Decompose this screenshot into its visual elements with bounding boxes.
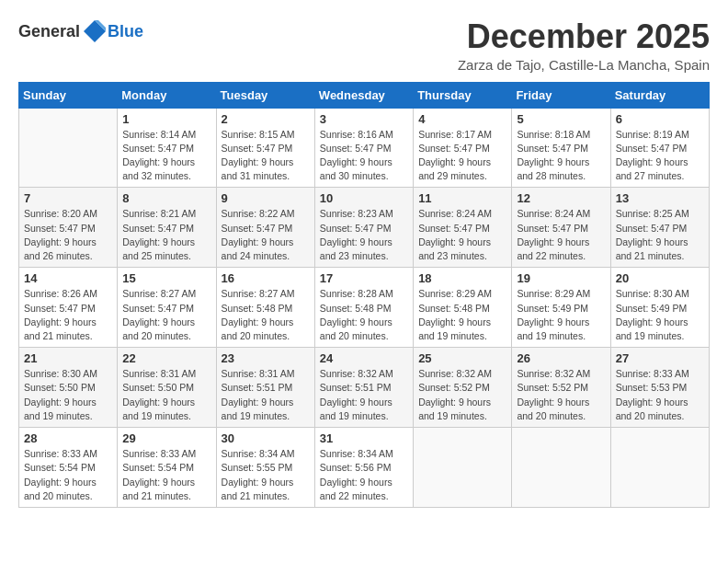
calendar-cell: 24Sunrise: 8:32 AMSunset: 5:51 PMDayligh… — [314, 348, 413, 428]
day-info: Sunrise: 8:14 AMSunset: 5:47 PMDaylight:… — [122, 128, 210, 184]
weekday-header-monday: Monday — [118, 82, 216, 108]
calendar-cell: 12Sunrise: 8:24 AMSunset: 5:47 PMDayligh… — [512, 188, 610, 268]
day-number: 2 — [222, 112, 310, 126]
day-number: 7 — [24, 191, 112, 205]
day-info: Sunrise: 8:16 AMSunset: 5:47 PMDaylight:… — [320, 128, 408, 184]
calendar-cell: 5Sunrise: 8:18 AMSunset: 5:47 PMDaylight… — [512, 108, 610, 188]
calendar-cell: 11Sunrise: 8:24 AMSunset: 5:47 PMDayligh… — [414, 188, 512, 268]
calendar-cell: 25Sunrise: 8:32 AMSunset: 5:52 PMDayligh… — [414, 348, 512, 428]
day-info: Sunrise: 8:30 AMSunset: 5:49 PMDaylight:… — [616, 287, 704, 343]
location: Zarza de Tajo, Castille-La Mancha, Spain — [458, 57, 710, 73]
weekday-header-thursday: Thursday — [414, 82, 512, 108]
calendar-cell — [414, 428, 512, 508]
day-info: Sunrise: 8:19 AMSunset: 5:47 PMDaylight:… — [616, 128, 704, 184]
calendar-week-3: 14Sunrise: 8:26 AMSunset: 5:47 PMDayligh… — [19, 268, 710, 348]
calendar-cell: 2Sunrise: 8:15 AMSunset: 5:47 PMDaylight… — [216, 108, 314, 188]
day-number: 25 — [418, 351, 506, 365]
calendar-week-1: 1Sunrise: 8:14 AMSunset: 5:47 PMDaylight… — [19, 108, 710, 188]
weekday-header-saturday: Saturday — [610, 82, 709, 108]
day-info: Sunrise: 8:24 AMSunset: 5:47 PMDaylight:… — [517, 207, 605, 263]
day-number: 22 — [122, 351, 210, 365]
logo-general-text: General — [18, 22, 80, 41]
calendar-cell: 4Sunrise: 8:17 AMSunset: 5:47 PMDaylight… — [414, 108, 512, 188]
calendar-week-2: 7Sunrise: 8:20 AMSunset: 5:47 PMDaylight… — [19, 188, 710, 268]
day-number: 11 — [418, 191, 506, 205]
day-number: 31 — [320, 431, 408, 445]
day-info: Sunrise: 8:20 AMSunset: 5:47 PMDaylight:… — [24, 207, 112, 263]
calendar-cell: 31Sunrise: 8:34 AMSunset: 5:56 PMDayligh… — [314, 428, 413, 508]
weekday-header-tuesday: Tuesday — [216, 82, 314, 108]
day-info: Sunrise: 8:34 AMSunset: 5:55 PMDaylight:… — [222, 447, 310, 503]
day-info: Sunrise: 8:24 AMSunset: 5:47 PMDaylight:… — [418, 207, 506, 263]
day-number: 12 — [517, 191, 605, 205]
day-info: Sunrise: 8:33 AMSunset: 5:53 PMDaylight:… — [616, 367, 704, 423]
day-number: 16 — [222, 271, 310, 285]
day-number: 21 — [24, 351, 112, 365]
calendar-cell: 16Sunrise: 8:27 AMSunset: 5:48 PMDayligh… — [216, 268, 314, 348]
day-number: 10 — [320, 191, 408, 205]
day-number: 3 — [320, 112, 408, 126]
calendar-cell: 23Sunrise: 8:31 AMSunset: 5:51 PMDayligh… — [216, 348, 314, 428]
day-info: Sunrise: 8:31 AMSunset: 5:50 PMDaylight:… — [122, 367, 210, 423]
day-info: Sunrise: 8:32 AMSunset: 5:51 PMDaylight:… — [320, 367, 408, 423]
day-number: 1 — [122, 112, 210, 126]
day-number: 26 — [517, 351, 605, 365]
day-number: 14 — [24, 271, 112, 285]
day-info: Sunrise: 8:27 AMSunset: 5:48 PMDaylight:… — [222, 287, 310, 343]
day-info: Sunrise: 8:15 AMSunset: 5:47 PMDaylight:… — [222, 128, 310, 184]
calendar-cell: 14Sunrise: 8:26 AMSunset: 5:47 PMDayligh… — [19, 268, 118, 348]
day-number: 5 — [517, 112, 605, 126]
calendar-cell: 26Sunrise: 8:32 AMSunset: 5:52 PMDayligh… — [512, 348, 610, 428]
calendar-week-5: 28Sunrise: 8:33 AMSunset: 5:54 PMDayligh… — [19, 428, 710, 508]
day-number: 23 — [222, 351, 310, 365]
day-info: Sunrise: 8:27 AMSunset: 5:47 PMDaylight:… — [122, 287, 210, 343]
calendar-cell: 18Sunrise: 8:29 AMSunset: 5:48 PMDayligh… — [414, 268, 512, 348]
month-title: December 2025 — [458, 18, 710, 55]
day-number: 13 — [616, 191, 704, 205]
calendar-cell: 30Sunrise: 8:34 AMSunset: 5:55 PMDayligh… — [216, 428, 314, 508]
day-number: 17 — [320, 271, 408, 285]
day-info: Sunrise: 8:17 AMSunset: 5:47 PMDaylight:… — [418, 128, 506, 184]
day-info: Sunrise: 8:29 AMSunset: 5:48 PMDaylight:… — [418, 287, 506, 343]
day-number: 19 — [517, 271, 605, 285]
calendar-cell: 8Sunrise: 8:21 AMSunset: 5:47 PMDaylight… — [118, 188, 216, 268]
calendar-cell: 17Sunrise: 8:28 AMSunset: 5:48 PMDayligh… — [314, 268, 413, 348]
day-info: Sunrise: 8:29 AMSunset: 5:49 PMDaylight:… — [517, 287, 605, 343]
calendar-cell — [610, 428, 709, 508]
weekday-header-wednesday: Wednesday — [314, 82, 413, 108]
calendar-cell: 19Sunrise: 8:29 AMSunset: 5:49 PMDayligh… — [512, 268, 610, 348]
day-info: Sunrise: 8:30 AMSunset: 5:50 PMDaylight:… — [24, 367, 112, 423]
day-number: 24 — [320, 351, 408, 365]
day-info: Sunrise: 8:18 AMSunset: 5:47 PMDaylight:… — [517, 128, 605, 184]
calendar-cell — [512, 428, 610, 508]
calendar-cell: 27Sunrise: 8:33 AMSunset: 5:53 PMDayligh… — [610, 348, 709, 428]
calendar-cell: 13Sunrise: 8:25 AMSunset: 5:47 PMDayligh… — [610, 188, 709, 268]
day-info: Sunrise: 8:23 AMSunset: 5:47 PMDaylight:… — [320, 207, 408, 263]
calendar-cell: 21Sunrise: 8:30 AMSunset: 5:50 PMDayligh… — [19, 348, 118, 428]
weekday-header-friday: Friday — [512, 82, 610, 108]
header: General Blue December 2025 Zarza de Tajo… — [18, 18, 710, 73]
logo: General Blue — [18, 18, 143, 44]
calendar-cell: 10Sunrise: 8:23 AMSunset: 5:47 PMDayligh… — [314, 188, 413, 268]
calendar-cell: 20Sunrise: 8:30 AMSunset: 5:49 PMDayligh… — [610, 268, 709, 348]
calendar-cell: 6Sunrise: 8:19 AMSunset: 5:47 PMDaylight… — [610, 108, 709, 188]
calendar-cell: 22Sunrise: 8:31 AMSunset: 5:50 PMDayligh… — [118, 348, 216, 428]
weekday-header-sunday: Sunday — [19, 82, 118, 108]
calendar-cell: 15Sunrise: 8:27 AMSunset: 5:47 PMDayligh… — [118, 268, 216, 348]
calendar-cell — [19, 108, 118, 188]
day-number: 6 — [616, 112, 704, 126]
calendar-cell: 29Sunrise: 8:33 AMSunset: 5:54 PMDayligh… — [118, 428, 216, 508]
calendar-table: SundayMondayTuesdayWednesdayThursdayFrid… — [18, 82, 710, 508]
calendar-week-4: 21Sunrise: 8:30 AMSunset: 5:50 PMDayligh… — [19, 348, 710, 428]
calendar-cell: 1Sunrise: 8:14 AMSunset: 5:47 PMDaylight… — [118, 108, 216, 188]
day-info: Sunrise: 8:25 AMSunset: 5:47 PMDaylight:… — [616, 207, 704, 263]
day-info: Sunrise: 8:32 AMSunset: 5:52 PMDaylight:… — [517, 367, 605, 423]
day-info: Sunrise: 8:32 AMSunset: 5:52 PMDaylight:… — [418, 367, 506, 423]
day-info: Sunrise: 8:21 AMSunset: 5:47 PMDaylight:… — [122, 207, 210, 263]
day-number: 9 — [222, 191, 310, 205]
day-number: 20 — [616, 271, 704, 285]
day-number: 27 — [616, 351, 704, 365]
logo-blue-text: Blue — [108, 22, 143, 41]
calendar-cell: 7Sunrise: 8:20 AMSunset: 5:47 PMDaylight… — [19, 188, 118, 268]
day-info: Sunrise: 8:26 AMSunset: 5:47 PMDaylight:… — [24, 287, 112, 343]
